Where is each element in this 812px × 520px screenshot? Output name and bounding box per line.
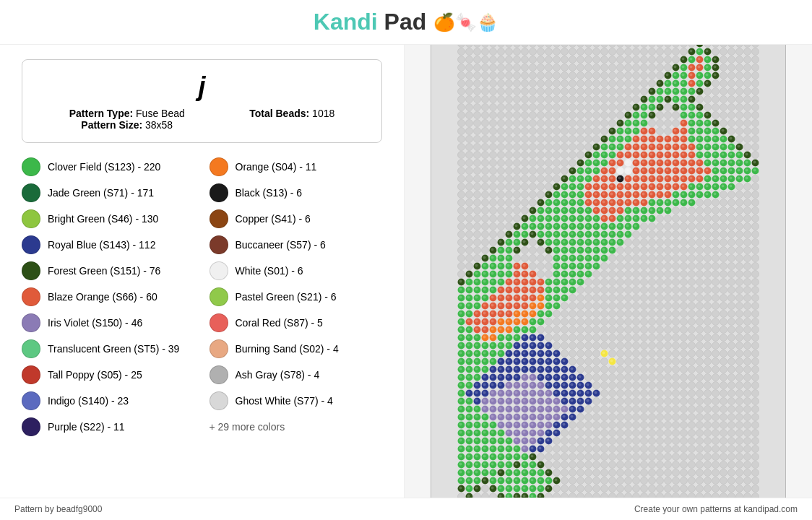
color-swatch <box>22 209 40 228</box>
color-swatch <box>210 209 228 228</box>
color-item: Buccaneer (S57) - 6 <box>210 235 383 254</box>
color-swatch <box>22 287 40 306</box>
color-label: Bright Green (S46) - 130 <box>48 213 158 225</box>
attribution: Pattern by beadfg9000 <box>14 504 102 514</box>
pattern-type: Pattern Type: Fuse Bead Pattern Size: 38… <box>69 108 185 131</box>
color-item: Copper (S41) - 6 <box>210 209 383 228</box>
color-item: Blaze Orange (S66) - 60 <box>22 287 195 306</box>
color-label: Iris Violet (S150) - 46 <box>48 317 142 329</box>
color-item: Indigo (S140) - 23 <box>22 391 195 410</box>
color-label: Ash Gray (S78) - 4 <box>236 369 320 381</box>
color-item: Forest Green (S151) - 76 <box>22 261 195 280</box>
color-item: Bright Green (S46) - 130 <box>22 209 195 228</box>
color-label: Blaze Orange (S66) - 60 <box>48 291 157 303</box>
bead-canvas <box>431 45 786 498</box>
color-item: Orange (S04) - 11 <box>210 157 383 176</box>
color-item: Coral Red (S87) - 5 <box>210 313 383 332</box>
color-swatch <box>210 313 228 332</box>
color-label: Buccaneer (S57) - 6 <box>236 239 326 251</box>
color-swatch <box>210 261 228 280</box>
color-swatch <box>210 183 228 202</box>
color-item: Ghost White (S77) - 4 <box>210 391 383 410</box>
color-label: Indigo (S140) - 23 <box>48 395 129 407</box>
color-swatch <box>210 339 228 358</box>
color-swatch <box>210 391 228 410</box>
color-item: White (S01) - 6 <box>210 261 383 280</box>
color-swatch <box>22 183 40 202</box>
more-colors: + 29 more colors <box>210 421 383 433</box>
color-item: Translucent Green (ST5) - 39 <box>22 339 195 358</box>
color-label: Burning Sand (S02) - 4 <box>236 343 339 355</box>
color-label: Jade Green (S71) - 171 <box>48 187 154 199</box>
color-label: Tall Poppy (S05) - 25 <box>48 369 142 381</box>
logo-kandi: Kandi <box>314 9 378 35</box>
color-item: Clover Field (S123) - 220 <box>22 157 195 176</box>
color-label: Black (S13) - 6 <box>236 187 303 199</box>
color-item: Burning Sand (S02) - 4 <box>210 339 383 358</box>
logo-icons: 🍊🍬🧁 <box>433 12 498 32</box>
pattern-info-box: j Pattern Type: Fuse Bead Pattern Size: … <box>22 59 382 143</box>
logo-pad: Pad <box>378 9 427 35</box>
color-swatch <box>210 157 228 176</box>
color-label: Clover Field (S123) - 220 <box>48 161 160 173</box>
color-label: Ghost White (S77) - 4 <box>236 395 333 407</box>
pattern-meta: Pattern Type: Fuse Bead Pattern Size: 38… <box>37 108 367 131</box>
color-swatch <box>22 313 40 332</box>
color-swatch <box>210 365 228 384</box>
color-swatch <box>22 365 40 384</box>
color-swatch <box>210 235 228 254</box>
bead-pattern-canvas <box>431 45 785 498</box>
left-panel: j Pattern Type: Fuse Bead Pattern Size: … <box>0 45 405 498</box>
color-item: Royal Blue (S143) - 112 <box>22 235 195 254</box>
cta: Create your own patterns at kandipad.com <box>634 504 798 514</box>
color-label: Coral Red (S87) - 5 <box>236 317 323 329</box>
header: Kandi Pad 🍊🍬🧁 <box>0 0 812 45</box>
color-item: Pastel Green (S21) - 6 <box>210 287 383 306</box>
color-swatch <box>22 391 40 410</box>
color-label: White (S01) - 6 <box>236 265 303 277</box>
color-label: Pastel Green (S21) - 6 <box>236 291 337 303</box>
color-swatch <box>22 157 40 176</box>
color-swatch <box>210 287 228 306</box>
color-item: Black (S13) - 6 <box>210 183 383 202</box>
color-item: Ash Gray (S78) - 4 <box>210 365 383 384</box>
color-item: Tall Poppy (S05) - 25 <box>22 365 195 384</box>
color-swatch <box>22 235 40 254</box>
color-label: Translucent Green (ST5) - 39 <box>48 343 179 355</box>
color-label: Forest Green (S151) - 76 <box>48 265 160 277</box>
color-list: Clover Field (S123) - 220Orange (S04) - … <box>22 157 382 436</box>
color-label: Orange (S04) - 11 <box>236 161 317 173</box>
color-label: Purple (S22) - 11 <box>48 421 125 433</box>
logo: Kandi Pad <box>314 9 426 35</box>
color-item: Iris Violet (S150) - 46 <box>22 313 195 332</box>
color-label: Copper (S41) - 6 <box>236 213 311 225</box>
footer: Pattern by beadfg9000 Create your own pa… <box>0 498 812 520</box>
color-item: Purple (S22) - 11 <box>22 417 195 436</box>
main-content: j Pattern Type: Fuse Bead Pattern Size: … <box>0 45 812 498</box>
color-swatch <box>22 261 40 280</box>
color-swatch <box>22 417 40 436</box>
right-panel <box>405 45 812 498</box>
color-item: Jade Green (S71) - 171 <box>22 183 195 202</box>
pattern-beads: Total Beads: 1018 <box>249 108 334 131</box>
color-label: Royal Blue (S143) - 112 <box>48 239 155 251</box>
pattern-title: j <box>37 72 367 102</box>
color-swatch <box>22 339 40 358</box>
